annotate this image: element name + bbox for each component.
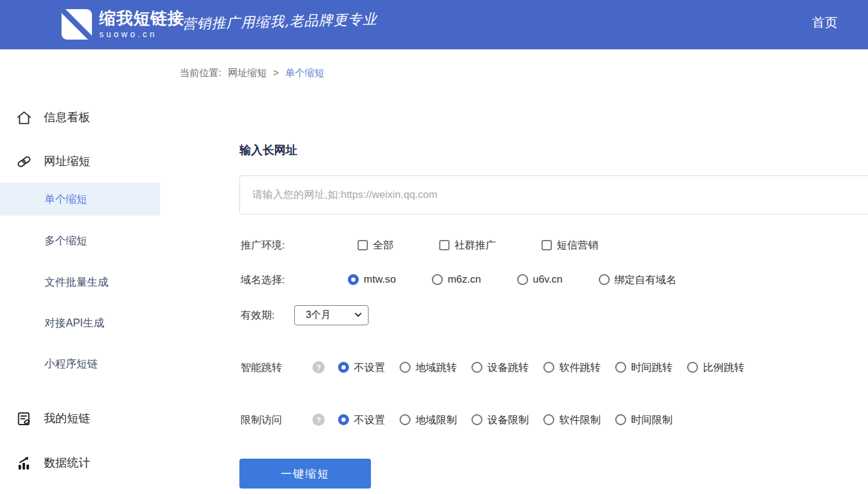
checkbox-icon bbox=[358, 240, 368, 250]
radio-label: mtw.so bbox=[364, 273, 396, 286]
sidebar-item-label: 我的短链 bbox=[44, 411, 90, 426]
access-restrict-row: 限制访问 ? 不设置 地域限制 设备限制 软件限制 时间限制 bbox=[241, 409, 672, 431]
radio-label: 时间跳转 bbox=[631, 361, 672, 375]
sidebar-subitem-label: 小程序短链 bbox=[44, 356, 98, 371]
validity-select[interactable]: 3个月 bbox=[294, 305, 369, 325]
page: 缩我短链接 suowo.cn · 营销推广用缩我,老品牌更专业 首页 当前位置:… bbox=[0, 0, 868, 494]
checkbox-option-all[interactable]: 全部 bbox=[358, 238, 393, 252]
validity-row: 有效期: 3个月 bbox=[241, 305, 369, 325]
home-icon bbox=[16, 110, 32, 126]
sidebar-subitem-label: 文件批量生成 bbox=[44, 275, 108, 289]
radio-option-m6z-cn[interactable]: m6z.cn bbox=[432, 273, 481, 286]
radio-label: m6z.cn bbox=[448, 273, 481, 286]
shorten-submit-button[interactable]: 一键缩短 bbox=[239, 459, 371, 489]
sidebar-subitem-label: 多个缩短 bbox=[44, 233, 87, 248]
smart-redirect-row: 智能跳转 ? 不设置 地域跳转 设备跳转 软件跳转 时间跳转 比例跳转 bbox=[241, 356, 744, 378]
radio-option-geo-redirect[interactable]: 地域跳转 bbox=[400, 361, 457, 375]
radio-option-ratio-redirect[interactable]: 比例跳转 bbox=[687, 361, 744, 375]
radio-option-device-redirect[interactable]: 设备跳转 bbox=[471, 361, 529, 375]
question-icon[interactable]: ? bbox=[312, 414, 325, 426]
radio-option-software-redirect[interactable]: 软件跳转 bbox=[543, 361, 601, 375]
nav-home-link[interactable]: 首页 bbox=[812, 14, 838, 31]
sidebar-item-statistics[interactable]: 数据统计 bbox=[0, 452, 160, 474]
domain-select-label: 域名选择: bbox=[241, 273, 312, 287]
logo-s-icon bbox=[61, 9, 93, 40]
radio-option-device-restrict[interactable]: 设备限制 bbox=[471, 413, 529, 427]
sidebar-item-shorten[interactable]: 网址缩短 bbox=[0, 150, 160, 172]
radio-option-software-restrict[interactable]: 软件限制 bbox=[543, 413, 601, 427]
promo-env-label: 推广环境: bbox=[241, 238, 312, 252]
radio-icon bbox=[543, 362, 554, 373]
sidebar-item-dashboard[interactable]: 信息看板 bbox=[0, 107, 160, 129]
radio-icon bbox=[432, 274, 443, 285]
checkbox-icon bbox=[542, 240, 552, 250]
domain-select-row: 域名选择: mtw.so m6z.cn u6v.cn 绑定自有域名 bbox=[241, 269, 677, 291]
sidebar-subitem-api-generate[interactable]: 对接API生成 bbox=[0, 312, 160, 334]
radio-option-time-restrict[interactable]: 时间限制 bbox=[615, 413, 672, 427]
radio-icon bbox=[599, 274, 610, 285]
radio-icon bbox=[348, 274, 359, 285]
radio-option-time-redirect[interactable]: 时间跳转 bbox=[615, 361, 672, 375]
checkbox-option-sms[interactable]: 短信营销 bbox=[542, 238, 598, 252]
sidebar-item-my-links[interactable]: 我的短链 bbox=[0, 408, 160, 429]
section-title: 输入长网址 bbox=[239, 143, 297, 158]
validity-label: 有效期: bbox=[241, 308, 294, 322]
radio-icon bbox=[615, 362, 626, 373]
header-bar: 缩我短链接 suowo.cn · 营销推广用缩我,老品牌更专业 首页 bbox=[0, 0, 868, 49]
sidebar-subitem-miniprogram[interactable]: 小程序短链 bbox=[0, 353, 160, 375]
radio-icon bbox=[338, 362, 349, 373]
tagline-dot: · bbox=[172, 12, 177, 28]
breadcrumb: 当前位置: 网址缩短 > 单个缩短 bbox=[180, 67, 324, 80]
sidebar-subitem-file-batch[interactable]: 文件批量生成 bbox=[0, 271, 160, 293]
validity-select-value: 3个月 bbox=[306, 309, 331, 322]
breadcrumb-prefix: 当前位置: bbox=[180, 68, 221, 78]
sidebar-subitem-label: 单个缩短 bbox=[44, 192, 87, 206]
sidebar-item-label: 信息看板 bbox=[44, 110, 90, 125]
radio-label: 软件限制 bbox=[559, 413, 601, 427]
question-icon[interactable]: ? bbox=[312, 361, 325, 373]
radio-icon bbox=[400, 414, 411, 425]
radio-option-no-redirect[interactable]: 不设置 bbox=[338, 361, 385, 375]
sidebar-subitem-multi-shorten[interactable]: 多个缩短 bbox=[0, 230, 160, 252]
radio-label: 软件跳转 bbox=[559, 361, 601, 375]
link-icon bbox=[16, 153, 32, 170]
brand-logo[interactable]: 缩我短链接 suowo.cn bbox=[61, 9, 185, 40]
radio-label: 不设置 bbox=[354, 361, 385, 375]
breadcrumb-parent-link[interactable]: 网址缩短 bbox=[228, 68, 267, 78]
chevron-down-icon bbox=[355, 312, 362, 317]
radio-label: 时间限制 bbox=[631, 413, 672, 427]
checkbox-label: 社群推广 bbox=[454, 238, 496, 252]
checkbox-option-community[interactable]: 社群推广 bbox=[439, 238, 496, 252]
tagline-text: 营销推广用缩我,老品牌更专业 bbox=[182, 10, 377, 34]
sidebar-item-cutoff[interactable]: 域名管理 bbox=[0, 490, 160, 494]
access-restrict-label: 限制访问 bbox=[241, 413, 284, 427]
radio-option-mtw-so[interactable]: mtw.so bbox=[348, 273, 396, 286]
sidebar-item-label: 网址缩短 bbox=[44, 153, 90, 169]
sidebar-subitem-single-shorten[interactable]: 单个缩短 bbox=[0, 183, 160, 216]
breadcrumb-separator: > bbox=[273, 68, 278, 78]
radio-icon bbox=[615, 414, 626, 425]
radio-option-geo-restrict[interactable]: 地域限制 bbox=[400, 413, 457, 427]
checkbox-label: 短信营销 bbox=[557, 238, 598, 252]
radio-label: 设备限制 bbox=[487, 413, 529, 427]
document-link-icon bbox=[16, 411, 32, 427]
radio-label: u6v.cn bbox=[533, 273, 563, 286]
bar-chart-icon bbox=[16, 455, 32, 471]
radio-icon bbox=[687, 362, 698, 373]
breadcrumb-current-link[interactable]: 单个缩短 bbox=[285, 68, 324, 78]
radio-label: 不设置 bbox=[354, 413, 385, 427]
brand-tagline: · 营销推广用缩我,老品牌更专业 bbox=[172, 12, 377, 31]
radio-icon bbox=[400, 362, 411, 373]
radio-label: 地域跳转 bbox=[415, 361, 457, 375]
promo-env-row: 推广环境: 全部 社群推广 短信营销 bbox=[241, 234, 598, 256]
radio-option-custom-domain[interactable]: 绑定自有域名 bbox=[599, 273, 677, 287]
radio-icon bbox=[338, 414, 349, 425]
radio-icon bbox=[471, 414, 482, 425]
radio-option-u6v-cn[interactable]: u6v.cn bbox=[517, 273, 563, 286]
checkbox-icon bbox=[439, 240, 450, 250]
radio-option-no-restrict[interactable]: 不设置 bbox=[338, 413, 385, 427]
long-url-input[interactable] bbox=[239, 175, 868, 214]
radio-label: 设备跳转 bbox=[487, 361, 529, 375]
smart-redirect-label: 智能跳转 bbox=[241, 361, 284, 375]
radio-label: 绑定自有域名 bbox=[615, 273, 677, 287]
